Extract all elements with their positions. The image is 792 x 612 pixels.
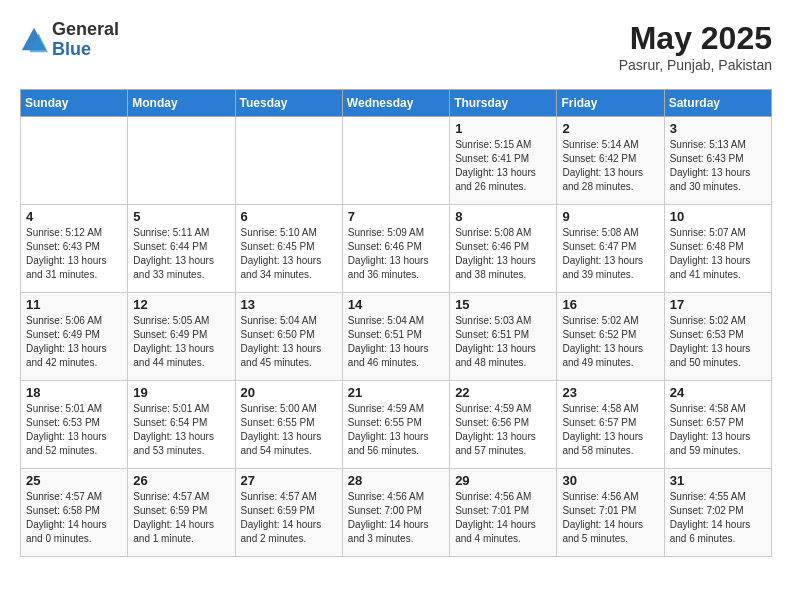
column-header-saturday: Saturday bbox=[664, 90, 771, 117]
day-info: Sunrise: 5:04 AM Sunset: 6:50 PM Dayligh… bbox=[241, 314, 337, 370]
day-number: 30 bbox=[562, 473, 658, 488]
calendar-cell: 2Sunrise: 5:14 AM Sunset: 6:42 PM Daylig… bbox=[557, 117, 664, 205]
calendar-cell: 27Sunrise: 4:57 AM Sunset: 6:59 PM Dayli… bbox=[235, 469, 342, 557]
calendar-week-row: 18Sunrise: 5:01 AM Sunset: 6:53 PM Dayli… bbox=[21, 381, 772, 469]
day-info: Sunrise: 5:03 AM Sunset: 6:51 PM Dayligh… bbox=[455, 314, 551, 370]
day-info: Sunrise: 5:09 AM Sunset: 6:46 PM Dayligh… bbox=[348, 226, 444, 282]
day-info: Sunrise: 4:58 AM Sunset: 6:57 PM Dayligh… bbox=[562, 402, 658, 458]
calendar-cell: 4Sunrise: 5:12 AM Sunset: 6:43 PM Daylig… bbox=[21, 205, 128, 293]
day-number: 23 bbox=[562, 385, 658, 400]
day-number: 25 bbox=[26, 473, 122, 488]
day-number: 13 bbox=[241, 297, 337, 312]
calendar-cell: 3Sunrise: 5:13 AM Sunset: 6:43 PM Daylig… bbox=[664, 117, 771, 205]
logo-icon bbox=[20, 26, 48, 54]
day-number: 15 bbox=[455, 297, 551, 312]
calendar-cell bbox=[342, 117, 449, 205]
day-number: 7 bbox=[348, 209, 444, 224]
day-info: Sunrise: 5:01 AM Sunset: 6:54 PM Dayligh… bbox=[133, 402, 229, 458]
day-number: 1 bbox=[455, 121, 551, 136]
day-number: 2 bbox=[562, 121, 658, 136]
calendar-cell: 1Sunrise: 5:15 AM Sunset: 6:41 PM Daylig… bbox=[450, 117, 557, 205]
day-info: Sunrise: 5:02 AM Sunset: 6:52 PM Dayligh… bbox=[562, 314, 658, 370]
column-header-thursday: Thursday bbox=[450, 90, 557, 117]
calendar-cell: 10Sunrise: 5:07 AM Sunset: 6:48 PM Dayli… bbox=[664, 205, 771, 293]
calendar-week-row: 1Sunrise: 5:15 AM Sunset: 6:41 PM Daylig… bbox=[21, 117, 772, 205]
calendar-cell: 23Sunrise: 4:58 AM Sunset: 6:57 PM Dayli… bbox=[557, 381, 664, 469]
day-info: Sunrise: 4:57 AM Sunset: 6:59 PM Dayligh… bbox=[241, 490, 337, 546]
day-number: 10 bbox=[670, 209, 766, 224]
day-number: 14 bbox=[348, 297, 444, 312]
day-number: 16 bbox=[562, 297, 658, 312]
calendar-cell: 19Sunrise: 5:01 AM Sunset: 6:54 PM Dayli… bbox=[128, 381, 235, 469]
day-info: Sunrise: 5:11 AM Sunset: 6:44 PM Dayligh… bbox=[133, 226, 229, 282]
day-info: Sunrise: 5:02 AM Sunset: 6:53 PM Dayligh… bbox=[670, 314, 766, 370]
day-info: Sunrise: 5:13 AM Sunset: 6:43 PM Dayligh… bbox=[670, 138, 766, 194]
calendar-cell: 17Sunrise: 5:02 AM Sunset: 6:53 PM Dayli… bbox=[664, 293, 771, 381]
day-info: Sunrise: 4:55 AM Sunset: 7:02 PM Dayligh… bbox=[670, 490, 766, 546]
calendar-cell bbox=[128, 117, 235, 205]
day-info: Sunrise: 5:12 AM Sunset: 6:43 PM Dayligh… bbox=[26, 226, 122, 282]
day-info: Sunrise: 4:57 AM Sunset: 6:58 PM Dayligh… bbox=[26, 490, 122, 546]
day-number: 17 bbox=[670, 297, 766, 312]
day-info: Sunrise: 5:08 AM Sunset: 6:46 PM Dayligh… bbox=[455, 226, 551, 282]
day-number: 31 bbox=[670, 473, 766, 488]
day-info: Sunrise: 5:01 AM Sunset: 6:53 PM Dayligh… bbox=[26, 402, 122, 458]
location: Pasrur, Punjab, Pakistan bbox=[619, 57, 772, 73]
calendar-cell: 31Sunrise: 4:55 AM Sunset: 7:02 PM Dayli… bbox=[664, 469, 771, 557]
day-number: 27 bbox=[241, 473, 337, 488]
calendar-cell: 18Sunrise: 5:01 AM Sunset: 6:53 PM Dayli… bbox=[21, 381, 128, 469]
calendar-cell: 11Sunrise: 5:06 AM Sunset: 6:49 PM Dayli… bbox=[21, 293, 128, 381]
calendar-week-row: 4Sunrise: 5:12 AM Sunset: 6:43 PM Daylig… bbox=[21, 205, 772, 293]
day-info: Sunrise: 5:00 AM Sunset: 6:55 PM Dayligh… bbox=[241, 402, 337, 458]
day-info: Sunrise: 4:56 AM Sunset: 7:01 PM Dayligh… bbox=[455, 490, 551, 546]
page-header: General Blue May 2025 Pasrur, Punjab, Pa… bbox=[20, 20, 772, 73]
day-info: Sunrise: 5:07 AM Sunset: 6:48 PM Dayligh… bbox=[670, 226, 766, 282]
calendar-cell: 15Sunrise: 5:03 AM Sunset: 6:51 PM Dayli… bbox=[450, 293, 557, 381]
day-info: Sunrise: 4:56 AM Sunset: 7:00 PM Dayligh… bbox=[348, 490, 444, 546]
day-info: Sunrise: 5:05 AM Sunset: 6:49 PM Dayligh… bbox=[133, 314, 229, 370]
calendar-cell: 13Sunrise: 5:04 AM Sunset: 6:50 PM Dayli… bbox=[235, 293, 342, 381]
calendar-week-row: 25Sunrise: 4:57 AM Sunset: 6:58 PM Dayli… bbox=[21, 469, 772, 557]
day-number: 26 bbox=[133, 473, 229, 488]
day-number: 9 bbox=[562, 209, 658, 224]
day-info: Sunrise: 5:08 AM Sunset: 6:47 PM Dayligh… bbox=[562, 226, 658, 282]
calendar-cell: 7Sunrise: 5:09 AM Sunset: 6:46 PM Daylig… bbox=[342, 205, 449, 293]
day-number: 6 bbox=[241, 209, 337, 224]
calendar-cell: 25Sunrise: 4:57 AM Sunset: 6:58 PM Dayli… bbox=[21, 469, 128, 557]
calendar-cell: 20Sunrise: 5:00 AM Sunset: 6:55 PM Dayli… bbox=[235, 381, 342, 469]
calendar-cell: 8Sunrise: 5:08 AM Sunset: 6:46 PM Daylig… bbox=[450, 205, 557, 293]
calendar-table: SundayMondayTuesdayWednesdayThursdayFrid… bbox=[20, 89, 772, 557]
calendar-cell bbox=[235, 117, 342, 205]
calendar-cell: 30Sunrise: 4:56 AM Sunset: 7:01 PM Dayli… bbox=[557, 469, 664, 557]
calendar-cell: 16Sunrise: 5:02 AM Sunset: 6:52 PM Dayli… bbox=[557, 293, 664, 381]
column-header-friday: Friday bbox=[557, 90, 664, 117]
column-header-sunday: Sunday bbox=[21, 90, 128, 117]
calendar-cell: 12Sunrise: 5:05 AM Sunset: 6:49 PM Dayli… bbox=[128, 293, 235, 381]
day-info: Sunrise: 5:14 AM Sunset: 6:42 PM Dayligh… bbox=[562, 138, 658, 194]
calendar-cell: 26Sunrise: 4:57 AM Sunset: 6:59 PM Dayli… bbox=[128, 469, 235, 557]
calendar-cell: 29Sunrise: 4:56 AM Sunset: 7:01 PM Dayli… bbox=[450, 469, 557, 557]
day-info: Sunrise: 4:57 AM Sunset: 6:59 PM Dayligh… bbox=[133, 490, 229, 546]
calendar-header-row: SundayMondayTuesdayWednesdayThursdayFrid… bbox=[21, 90, 772, 117]
day-info: Sunrise: 4:59 AM Sunset: 6:55 PM Dayligh… bbox=[348, 402, 444, 458]
day-info: Sunrise: 4:56 AM Sunset: 7:01 PM Dayligh… bbox=[562, 490, 658, 546]
day-info: Sunrise: 5:04 AM Sunset: 6:51 PM Dayligh… bbox=[348, 314, 444, 370]
day-number: 4 bbox=[26, 209, 122, 224]
column-header-tuesday: Tuesday bbox=[235, 90, 342, 117]
day-number: 29 bbox=[455, 473, 551, 488]
logo: General Blue bbox=[20, 20, 119, 60]
column-header-wednesday: Wednesday bbox=[342, 90, 449, 117]
logo-blue: Blue bbox=[52, 40, 119, 60]
day-number: 24 bbox=[670, 385, 766, 400]
day-number: 18 bbox=[26, 385, 122, 400]
calendar-week-row: 11Sunrise: 5:06 AM Sunset: 6:49 PM Dayli… bbox=[21, 293, 772, 381]
day-info: Sunrise: 5:10 AM Sunset: 6:45 PM Dayligh… bbox=[241, 226, 337, 282]
month-title: May 2025 bbox=[619, 20, 772, 57]
column-header-monday: Monday bbox=[128, 90, 235, 117]
day-number: 11 bbox=[26, 297, 122, 312]
day-number: 5 bbox=[133, 209, 229, 224]
calendar-cell: 14Sunrise: 5:04 AM Sunset: 6:51 PM Dayli… bbox=[342, 293, 449, 381]
day-info: Sunrise: 4:58 AM Sunset: 6:57 PM Dayligh… bbox=[670, 402, 766, 458]
day-number: 8 bbox=[455, 209, 551, 224]
calendar-cell: 24Sunrise: 4:58 AM Sunset: 6:57 PM Dayli… bbox=[664, 381, 771, 469]
